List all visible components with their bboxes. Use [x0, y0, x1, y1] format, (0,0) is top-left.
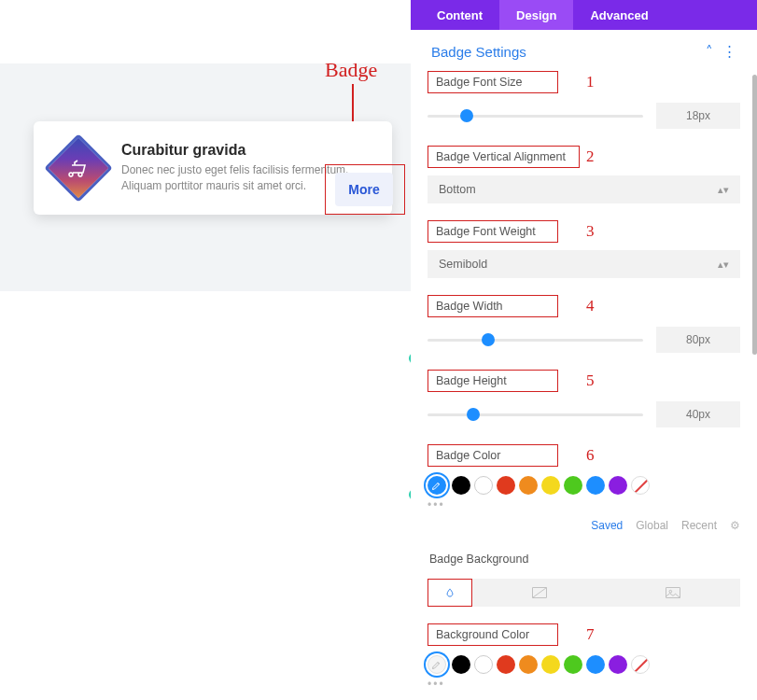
card-title: Curabitur gravida	[121, 142, 377, 159]
label-font-weight: Badge Font Weight	[428, 220, 558, 243]
badge-button[interactable]: More	[335, 173, 393, 206]
label-badge-background: Badge Background	[428, 549, 558, 569]
more-icon[interactable]: ⋮	[722, 43, 736, 60]
value-badge-height[interactable]: 40px	[656, 401, 740, 427]
annotation-num-6: 6	[586, 446, 595, 465]
annotation-num-3: 3	[586, 222, 595, 241]
more-dots-icon[interactable]: •••	[428, 678, 740, 691]
control-background-color: Background Color 7 ••• Saved Global	[428, 623, 740, 700]
image-icon	[666, 587, 680, 598]
select-font-weight-value: Semibold	[439, 258, 487, 271]
swatch-blue[interactable]	[586, 476, 605, 495]
bg-tab-image[interactable]	[607, 579, 741, 607]
select-vertical-alignment-value: Bottom	[439, 183, 476, 196]
preview-area: Badge Curabitur gravida Donec nec justo …	[0, 0, 411, 700]
control-badge-height: Badge Height 5 40px	[428, 370, 740, 427]
svg-point-2	[669, 590, 672, 593]
palette-tabs: Saved Global Recent ⚙	[428, 519, 740, 532]
label-badge-height: Badge Height	[428, 370, 558, 392]
slider-badge-height[interactable]	[428, 408, 643, 421]
swatch-orange[interactable]	[519, 476, 538, 495]
bg-tab-color[interactable]	[428, 579, 472, 607]
palette-tab-recent[interactable]: Recent	[681, 519, 717, 532]
chevron-up-icon[interactable]: ˄	[706, 43, 713, 60]
value-badge-font-size[interactable]: 18px	[656, 103, 740, 129]
palette-tab-global[interactable]: Global	[636, 519, 668, 532]
color-picker-icon[interactable]	[428, 476, 446, 495]
swatch-red[interactable]	[497, 655, 515, 674]
annotation-badge-label: Badge	[325, 58, 377, 82]
slider-badge-width[interactable]	[428, 333, 643, 346]
palette-tab-saved[interactable]: Saved	[591, 519, 623, 532]
label-badge-width: Badge Width	[428, 295, 558, 317]
chevron-updown-icon: ▴▾	[718, 184, 729, 196]
background-type-tabs	[428, 579, 740, 607]
slider-badge-font-size[interactable]	[428, 109, 643, 122]
select-font-weight[interactable]: Semibold ▴▾	[428, 250, 740, 278]
swatch-blue[interactable]	[586, 655, 605, 674]
settings-panel: Content Design Advanced Badge Settings ˄…	[411, 0, 757, 700]
annotation-num-7: 7	[586, 625, 595, 644]
label-background-color: Background Color	[428, 623, 558, 646]
control-badge-color: Badge Color 6 ••• Saved Global Re	[428, 444, 740, 532]
label-badge-color: Badge Color	[428, 444, 558, 467]
badge-highlight-box: More	[325, 164, 405, 215]
gear-icon[interactable]: ⚙	[730, 519, 740, 532]
diamond-icon	[44, 133, 113, 203]
panel-tabs: Content Design Advanced	[411, 0, 757, 30]
card-icon	[49, 138, 108, 198]
section-header[interactable]: Badge Settings ˄ ⋮	[411, 30, 757, 71]
control-badge-font-size: Badge Font Size 1 18px	[428, 71, 740, 129]
control-badge-width: Badge Width 4 80px	[428, 295, 740, 353]
swatch-none[interactable]	[631, 655, 650, 674]
annotation-num-5: 5	[586, 371, 595, 390]
value-badge-width[interactable]: 80px	[656, 327, 740, 353]
gradient-icon	[532, 587, 547, 598]
select-vertical-alignment[interactable]: Bottom ▴▾	[428, 175, 740, 203]
swatch-green[interactable]	[564, 476, 582, 495]
controls: Badge Font Size 1 18px Badge Vertical Al…	[411, 71, 757, 700]
annotation-num-1: 1	[586, 73, 595, 91]
swatch-white[interactable]	[474, 655, 493, 674]
paint-icon	[443, 586, 456, 599]
swatch-yellow[interactable]	[541, 476, 560, 495]
tab-design[interactable]: Design	[499, 0, 573, 30]
control-badge-background: Badge Background	[428, 549, 740, 607]
annotation-num-2: 2	[586, 147, 595, 166]
swatch-black[interactable]	[452, 476, 470, 495]
swatch-purple[interactable]	[609, 655, 627, 674]
swatch-white[interactable]	[474, 476, 493, 495]
annotation-num-4: 4	[586, 297, 595, 315]
swatch-purple[interactable]	[609, 476, 627, 495]
swatch-orange[interactable]	[519, 655, 538, 674]
tab-advanced[interactable]: Advanced	[573, 0, 665, 30]
chevron-updown-icon: ▴▾	[718, 259, 729, 271]
swatch-black[interactable]	[452, 655, 470, 674]
tab-content[interactable]: Content	[420, 0, 499, 30]
control-font-weight: Badge Font Weight 3 Semibold ▴▾	[428, 220, 740, 278]
label-vertical-alignment: Badge Vertical Alignment	[428, 146, 580, 168]
section-title: Badge Settings	[431, 44, 526, 60]
control-vertical-alignment: Badge Vertical Alignment 2 Bottom ▴▾	[428, 146, 740, 203]
swatch-yellow[interactable]	[541, 655, 560, 674]
label-badge-font-size: Badge Font Size	[428, 71, 558, 93]
swatch-none[interactable]	[631, 476, 650, 495]
swatch-green[interactable]	[564, 655, 582, 674]
bg-tab-gradient[interactable]	[472, 579, 607, 607]
more-dots-icon[interactable]: •••	[428, 498, 740, 511]
color-picker-icon[interactable]	[428, 655, 446, 674]
color-swatches	[428, 476, 740, 495]
bgcolor-swatches	[428, 655, 740, 674]
swatch-red[interactable]	[497, 476, 515, 495]
badge-button-label: More	[348, 182, 379, 197]
scrollbar[interactable]	[752, 75, 757, 355]
